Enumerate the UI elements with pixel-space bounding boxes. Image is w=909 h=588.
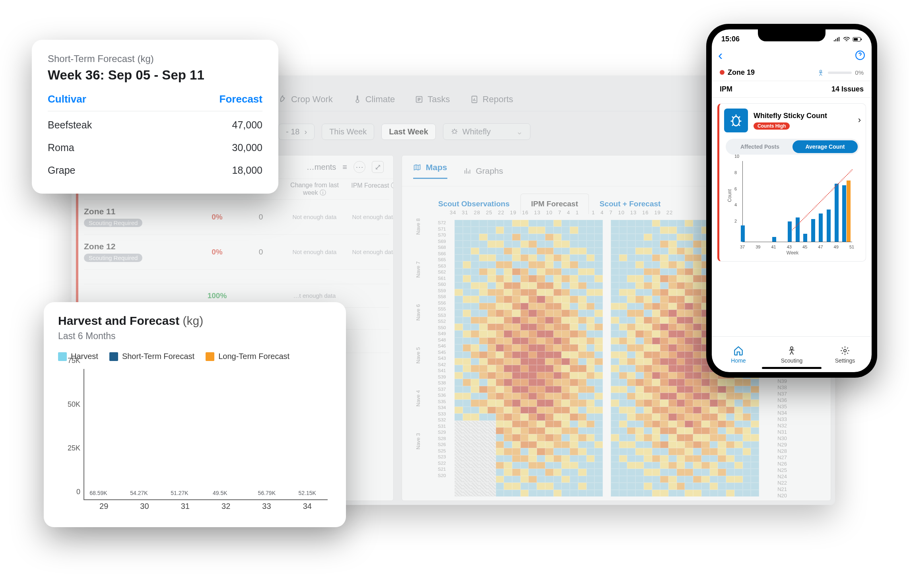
phone-zone-row: Zone 19 0% bbox=[712, 66, 872, 81]
svg-point-9 bbox=[733, 116, 740, 126]
scout-icon bbox=[817, 69, 825, 77]
harvest-title: Harvest and Forecast (kg) bbox=[58, 314, 332, 328]
expand-icon[interactable]: ⤢ bbox=[372, 161, 384, 173]
gear-icon bbox=[840, 345, 850, 356]
bug-icon bbox=[451, 128, 458, 136]
forecast-subtitle: Short-Term Forecast (kg) bbox=[48, 53, 262, 64]
forecast-row: Grape18,000 bbox=[48, 159, 262, 182]
chart-icon bbox=[463, 167, 471, 175]
counts-high-badge: Counts High bbox=[754, 122, 790, 130]
nav-reports-label: Reports bbox=[483, 94, 513, 105]
chevron-right-icon: › bbox=[304, 127, 307, 136]
zone-row[interactable]: Zone 12Scouting Required 0% 0 Not enough… bbox=[84, 234, 389, 269]
legend-short: Short-Term Forecast bbox=[109, 352, 194, 361]
home-icon bbox=[733, 345, 744, 356]
seg-affected[interactable]: Affected Posts bbox=[727, 140, 792, 153]
battery-icon bbox=[853, 37, 862, 42]
assignments-label: …ments bbox=[307, 163, 336, 172]
forecast-title: Week 36: Sep 05 - Sep 11 bbox=[48, 68, 262, 83]
tab-maps[interactable]: Maps bbox=[413, 163, 447, 179]
phone-time: 15:06 bbox=[721, 35, 740, 43]
chevron-right-icon: › bbox=[858, 115, 861, 125]
signal-icon bbox=[833, 37, 841, 42]
report-icon bbox=[470, 95, 479, 104]
nav-tasks[interactable]: Tasks bbox=[415, 94, 450, 105]
nav-climate-label: Climate bbox=[365, 94, 395, 105]
mini-xlabel: Week bbox=[787, 250, 798, 256]
legend-long: Long-Term Forecast bbox=[206, 352, 289, 361]
pest-card-title: Whitefly Sticky Count bbox=[754, 112, 827, 120]
svg-rect-5 bbox=[854, 38, 858, 41]
phone-zone: Zone 19 bbox=[728, 68, 755, 76]
chevron-down-icon: ⌄ bbox=[516, 127, 523, 136]
tab-graphs[interactable]: Graphs bbox=[463, 166, 503, 176]
status-dot-icon bbox=[720, 70, 724, 75]
thermometer-icon bbox=[353, 95, 361, 104]
home-indicator bbox=[762, 367, 822, 369]
segment-control: Affected Posts Average Count bbox=[726, 139, 859, 155]
forecast-card: Short-Term Forecast (kg) Week 36: Sep 05… bbox=[32, 40, 278, 194]
bug-badge-icon bbox=[724, 109, 748, 132]
tab-home[interactable]: Home bbox=[712, 337, 765, 372]
mini-ylabel: Count bbox=[727, 189, 732, 202]
map-icon bbox=[413, 163, 421, 171]
seg-average[interactable]: Average Count bbox=[792, 140, 858, 153]
svg-point-3 bbox=[453, 130, 456, 133]
nav-cropwork-label: Crop Work bbox=[291, 94, 333, 105]
zone-pct: 0% bbox=[855, 69, 864, 76]
nav-reports[interactable]: Reports bbox=[470, 94, 513, 105]
mini-chart: Count 246810 3739414345474951 Week bbox=[730, 159, 855, 255]
date-range-pill[interactable]: - 18› bbox=[278, 124, 315, 140]
phone-nav: ‹ bbox=[712, 43, 872, 66]
back-button[interactable]: ‹ bbox=[718, 47, 723, 63]
harvest-subtitle: Last 6 Months bbox=[58, 331, 332, 342]
help-icon[interactable] bbox=[855, 50, 865, 60]
pest-card[interactable]: Whitefly Sticky Count Counts High › Affe… bbox=[717, 103, 866, 262]
dashboard-controls: - 18› This Week Last Week Whitefly ⌄ bbox=[278, 123, 530, 140]
list-toggle-icon[interactable]: ≡ bbox=[342, 163, 347, 172]
divider bbox=[48, 111, 262, 111]
phone-screen: 15:06 ‹ Zone 19 0% IPM 14 Issues bbox=[712, 29, 872, 372]
wifi-icon bbox=[843, 37, 850, 42]
scouting-icon bbox=[787, 345, 797, 356]
pest-filter[interactable]: Whitefly ⌄ bbox=[443, 123, 530, 140]
phone-frame: 15:06 ‹ Zone 19 0% IPM 14 Issues bbox=[706, 24, 877, 378]
harvest-chart: 025K50K75K 68.59K54.27K51.27K49.5K56.79K… bbox=[58, 369, 332, 516]
harvest-card: Harvest and Forecast (kg) Last 6 Months … bbox=[44, 302, 346, 527]
zone-row[interactable] bbox=[84, 269, 389, 284]
this-week-button[interactable]: This Week bbox=[322, 124, 374, 140]
forecast-col-cultivar: Cultivar bbox=[48, 93, 86, 105]
issues-count: 14 Issues bbox=[831, 85, 864, 93]
forecast-row: Roma30,000 bbox=[48, 136, 262, 159]
harvest-legend: Harvest Short-Term Forecast Long-Term Fo… bbox=[58, 352, 332, 361]
svg-point-11 bbox=[844, 349, 847, 352]
more-icon[interactable]: ⋯ bbox=[354, 161, 365, 173]
list-icon bbox=[415, 95, 423, 104]
forecast-row: Beefsteak47,000 bbox=[48, 114, 262, 136]
svg-rect-6 bbox=[861, 39, 862, 40]
zone-row[interactable]: Zone 11Scouting Required 0% 0 Not enough… bbox=[84, 199, 389, 234]
ipm-header: IPM 14 Issues bbox=[712, 81, 872, 98]
nav-climate[interactable]: Climate bbox=[353, 94, 395, 105]
tab-settings[interactable]: Settings bbox=[818, 337, 872, 372]
s-labels: S72S71S70S69S68S66S65S63S62S61S60S59S58S… bbox=[438, 220, 450, 479]
nav-cropwork[interactable]: Crop Work bbox=[278, 94, 333, 105]
forecast-col-value: Forecast bbox=[219, 93, 262, 105]
nav-tasks-label: Tasks bbox=[427, 94, 450, 105]
svg-point-8 bbox=[820, 70, 822, 72]
leaf-icon bbox=[278, 95, 287, 104]
last-week-button[interactable]: Last Week bbox=[381, 124, 436, 140]
svg-point-10 bbox=[791, 347, 793, 349]
phone-notch bbox=[758, 29, 825, 41]
